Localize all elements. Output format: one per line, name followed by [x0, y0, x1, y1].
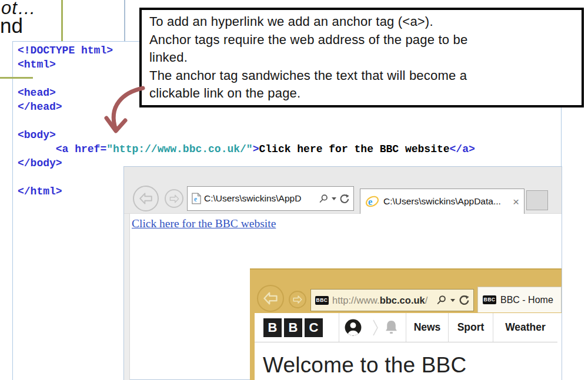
tab-title: C:\Users\swickins\AppData... [383, 196, 509, 207]
browser2-tab[interactable]: BBC BBC - Home [477, 287, 562, 312]
bbc-nav-item-sport[interactable]: Sport [448, 313, 493, 342]
address-input[interactable]: C:\Users\swickins\AppD [204, 193, 316, 204]
bbc-nav-item-weather[interactable]: Weather [493, 313, 557, 342]
forward-arrow-icon [169, 193, 180, 204]
back-button[interactable] [133, 186, 159, 211]
bbc-welcome-heading: Welcome to the BBC [263, 353, 466, 378]
refresh-icon[interactable] [339, 194, 349, 204]
window-edge-strip [124, 214, 130, 380]
search-icon[interactable] [319, 194, 329, 204]
ie-page-icon: e [192, 193, 201, 204]
forward-button[interactable] [165, 189, 183, 208]
bbc-nav-item-news[interactable]: News [406, 313, 448, 342]
notifications-bell-icon[interactable] [384, 320, 399, 335]
bbc-logo[interactable]: BBC [263, 318, 323, 337]
svg-text:e: e [368, 196, 372, 207]
svg-text:e: e [194, 196, 197, 203]
refresh-icon[interactable] [459, 295, 469, 305]
account-icon[interactable] [344, 318, 362, 337]
bbc-logo-block: B [263, 318, 282, 337]
bbc-webpage: BBC NewsSportWeather [255, 313, 562, 380]
olive-border-vertical [61, 0, 63, 41]
bbc-logo-block: B [284, 318, 302, 337]
new-tab-button[interactable] [526, 190, 548, 210]
address-bar[interactable]: BBC http://www.bbc.co.uk/ [310, 289, 474, 311]
forward-arrow-icon [292, 294, 303, 305]
url-prefix: http://www. [332, 295, 380, 305]
browser1-toolbar: e C:\Users\swickins\AppD e C:\Use [124, 167, 562, 214]
ie-logo-icon: e [365, 194, 379, 209]
bbc-favicon: BBC [315, 296, 329, 305]
bbc-favicon: BBC [483, 295, 496, 304]
tab-title: BBC - Home [500, 295, 553, 305]
chevron-separator-icon [372, 318, 379, 338]
nav-separator [339, 313, 339, 342]
explanation-text-box: To add an hyperlink we add an anchor tag… [139, 8, 584, 107]
bbc-logo-block: C [305, 318, 323, 337]
back-arrow-icon [138, 191, 153, 206]
url-suffix: / [425, 295, 428, 305]
url-text[interactable]: http://www.bbc.co.uk/ [332, 295, 433, 306]
slide-fragment-text-2: nd [0, 14, 23, 38]
address-dropdown-icon[interactable] [450, 299, 455, 302]
address-dropdown-icon[interactable] [332, 197, 336, 200]
panel-border-fragment [124, 0, 125, 42]
back-arrow-icon [262, 290, 279, 307]
browser1-tab[interactable]: e C:\Users\swickins\AppData... × [360, 189, 524, 214]
olive-border-horizontal [0, 77, 33, 79]
url-domain: bbc.co.uk [380, 295, 425, 305]
search-icon[interactable] [436, 295, 447, 305]
bbc-hyperlink[interactable]: Click here for the BBC website [132, 217, 276, 230]
browser-window-bbc: BBC http://www.bbc.co.uk/ BBC BBC - Home… [250, 268, 562, 380]
back-button[interactable] [257, 285, 284, 312]
annotation-arrow [97, 79, 156, 144]
bbc-nav-bar: BBC NewsSportWeather [255, 313, 557, 342]
forward-button[interactable] [289, 291, 306, 308]
address-bar[interactable]: e C:\Users\swickins\AppD [187, 186, 354, 211]
slide: ot… nd <!DOCTYPE html><html><head></head… [0, 0, 588, 380]
code-line: <a href="http://www.bbc.co.uk/">Click he… [18, 142, 561, 156]
tab-close-icon[interactable]: × [513, 196, 519, 207]
